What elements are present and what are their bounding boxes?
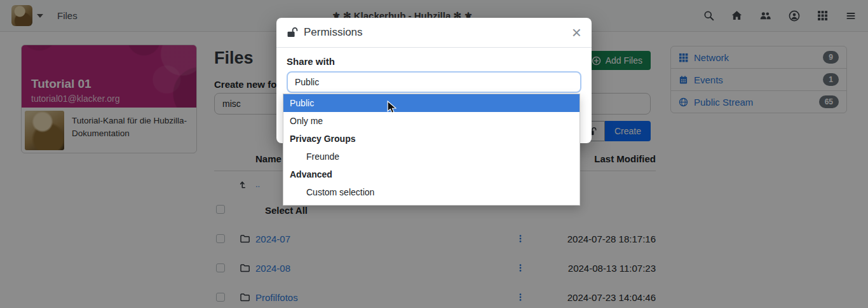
dropdown-option-freunde[interactable]: Freunde (283, 148, 580, 165)
dropdown-header-advanced: Advanced (283, 165, 580, 183)
close-icon[interactable]: × (572, 24, 581, 41)
dropdown-option-public[interactable]: Public (283, 94, 580, 112)
share-with-label: Share with (287, 56, 581, 67)
dropdown-option-only-me[interactable]: Only me (283, 112, 580, 130)
dropdown-header-privacy-groups: Privacy Groups (283, 130, 580, 148)
dropdown-option-custom-selection[interactable]: Custom selection (283, 183, 580, 201)
modal-title: Permissions (304, 26, 363, 39)
unlock-icon (287, 27, 298, 38)
share-with-input[interactable] (287, 71, 581, 93)
share-with-dropdown: Public Only me Privacy Groups Freunde Ad… (283, 94, 580, 206)
